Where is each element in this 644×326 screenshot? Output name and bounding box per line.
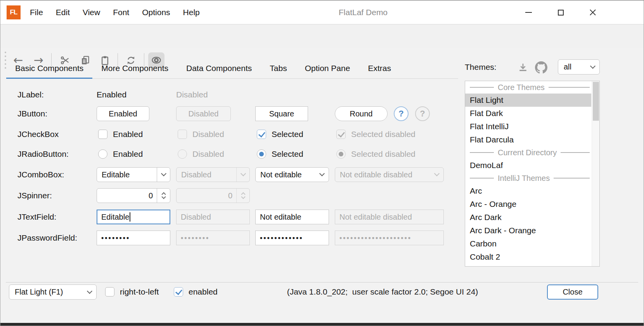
- radio-selected-label: Selected: [272, 149, 303, 159]
- chevron-down-icon[interactable]: [161, 195, 166, 199]
- checkbox-enabled-label: Enabled: [113, 130, 143, 139]
- disabled-button: Disabled: [176, 106, 231, 121]
- window-bottom-edge: [0, 323, 644, 326]
- tab-option-pane[interactable]: Option Pane: [296, 59, 359, 79]
- theme-item-flat-dark[interactable]: Flat Dark: [465, 107, 591, 120]
- github-link-button[interactable]: [534, 61, 548, 74]
- maximize-icon: [558, 10, 564, 16]
- download-icon: [517, 62, 529, 73]
- chevron-down-icon: [434, 171, 440, 176]
- chevron-down-icon: [87, 288, 92, 294]
- jcombobox-row-label: JComboBox:: [17, 170, 64, 179]
- menu-font[interactable]: Font: [113, 8, 129, 17]
- radio-selected[interactable]: [257, 149, 266, 159]
- menu-options[interactable]: Options: [142, 8, 170, 17]
- enabled-checkbox[interactable]: [174, 287, 183, 297]
- laf-selector-value: Flat Light (F1): [15, 288, 63, 297]
- close-button[interactable]: Close: [547, 284, 598, 300]
- close-icon: [589, 9, 596, 16]
- menu-file[interactable]: File: [30, 8, 43, 17]
- theme-item-flat-light[interactable]: Flat Light: [465, 94, 591, 107]
- runtime-info-text: (Java 1.8.0_202; user scale factor 2.0; …: [256, 287, 509, 297]
- menu-edit[interactable]: Edit: [56, 8, 70, 17]
- menu-view[interactable]: View: [83, 8, 100, 17]
- statusbar-separator: [6, 282, 638, 283]
- maximize-button[interactable]: [551, 5, 570, 20]
- chevron-down-icon: [590, 63, 596, 69]
- laf-selector-combobox[interactable]: Flat Light (F1): [9, 284, 97, 300]
- round-button[interactable]: Round: [335, 106, 388, 121]
- enabled-checkbox-label: enabled: [189, 287, 218, 297]
- tab-extras[interactable]: Extras: [359, 59, 400, 79]
- jtextfield-row-label: JTextField:: [17, 212, 56, 222]
- jradiobutton-row-label: JRadioButton:: [17, 149, 69, 159]
- theme-item-arc-dark-orange[interactable]: Arc Dark - Orange: [465, 224, 591, 237]
- checkbox-enabled[interactable]: [98, 130, 107, 139]
- theme-item-flat-darcula[interactable]: Flat Darcula: [465, 133, 591, 146]
- tab-more-components[interactable]: More Components: [92, 59, 177, 79]
- radio-selected-disabled-label: Selected disabled: [351, 149, 415, 159]
- theme-item-arc[interactable]: Arc: [465, 184, 591, 198]
- theme-list: Core Themes Flat Light Flat Dark Flat In…: [465, 81, 600, 267]
- jpasswordfield-row-label: JPasswordField:: [17, 233, 77, 243]
- tab-basic-components[interactable]: Basic Components: [6, 59, 92, 79]
- tab-tabs[interactable]: Tabs: [261, 59, 296, 79]
- jlabel-row-label: JLabel:: [17, 90, 44, 99]
- app-logo: FL: [7, 5, 21, 19]
- theme-list-separator: Current Directory: [465, 146, 591, 159]
- square-button[interactable]: Square: [255, 106, 308, 121]
- theme-item-carbon[interactable]: Carbon: [465, 237, 591, 250]
- menu-help[interactable]: Help: [183, 8, 200, 17]
- help-button-disabled: ?: [415, 106, 430, 121]
- theme-filter-combobox[interactable]: all: [558, 59, 600, 75]
- jspinner-row-label: JSpinner:: [17, 191, 52, 200]
- window-title: FlatLaf Demo: [339, 0, 388, 24]
- close-window-button[interactable]: [583, 5, 602, 20]
- textfield-editable[interactable]: Editable: [97, 210, 170, 224]
- theme-item-flat-intellij[interactable]: Flat IntelliJ: [465, 120, 591, 133]
- theme-item-demolaf[interactable]: DemoLaf: [465, 159, 591, 172]
- theme-filter-value: all: [564, 62, 571, 71]
- combobox-disabled: Disabled: [176, 167, 250, 182]
- scrollbar-thumb[interactable]: [593, 82, 599, 121]
- toolbar: ← →: [0, 24, 644, 48]
- minimize-button[interactable]: [519, 5, 538, 20]
- textfield-not-editable[interactable]: Not editable: [255, 210, 329, 224]
- radio-enabled-label: Enabled: [113, 149, 143, 159]
- download-theme-button[interactable]: [516, 61, 530, 74]
- enabled-button[interactable]: Enabled: [97, 106, 149, 121]
- tab-bar: Basic Components More Components Data Co…: [6, 59, 400, 79]
- text-caret: [130, 212, 130, 222]
- right-to-left-checkbox[interactable]: [105, 287, 114, 297]
- spinner-enabled[interactable]: 0: [97, 188, 170, 203]
- jlabel-disabled: Disabled: [176, 90, 208, 99]
- theme-list-scrollbar[interactable]: [592, 81, 599, 266]
- theme-item-arc-dark[interactable]: Arc Dark: [465, 211, 591, 224]
- radio-enabled[interactable]: [98, 149, 107, 159]
- titlebar: FL File Edit View Font Options Help Flat…: [0, 0, 644, 24]
- theme-item-cyan-light[interactable]: Cyan light: [465, 264, 591, 267]
- theme-item-cobalt-2[interactable]: Cobalt 2: [465, 250, 591, 264]
- tab-data-components[interactable]: Data Components: [177, 59, 261, 79]
- combobox-editable[interactable]: Editable: [97, 167, 170, 182]
- passwordfield-disabled: ••••••••: [176, 231, 250, 245]
- chevron-down-icon: [161, 171, 166, 176]
- textfield-disabled: Disabled: [176, 210, 250, 224]
- spinner-disabled: 0: [176, 188, 250, 203]
- textfield-not-editable-disabled: Not editable disabled: [335, 210, 444, 224]
- radio-selected-disabled: [336, 149, 346, 159]
- radio-disabled-label: Disabled: [192, 149, 224, 159]
- passwordfield-not-editable[interactable]: ••••••••••••: [255, 231, 329, 245]
- combobox-not-editable[interactable]: Not editable: [255, 167, 329, 182]
- checkbox-disabled: [178, 130, 187, 139]
- theme-item-arc-orange[interactable]: Arc - Orange: [465, 198, 591, 211]
- help-button[interactable]: ?: [394, 106, 409, 121]
- checkbox-selected-label: Selected: [272, 130, 303, 139]
- jbutton-row-label: JButton:: [17, 109, 47, 118]
- jcheckbox-row-label: JCheckBox: [17, 130, 59, 139]
- passwordfield-editable[interactable]: ••••••••: [97, 231, 170, 245]
- checkbox-disabled-label: Disabled: [192, 130, 224, 139]
- chevron-down-icon: [319, 171, 325, 176]
- checkbox-selected[interactable]: [257, 130, 266, 139]
- passwordfield-not-editable-disabled: ••••••••••••••••••••: [335, 231, 444, 245]
